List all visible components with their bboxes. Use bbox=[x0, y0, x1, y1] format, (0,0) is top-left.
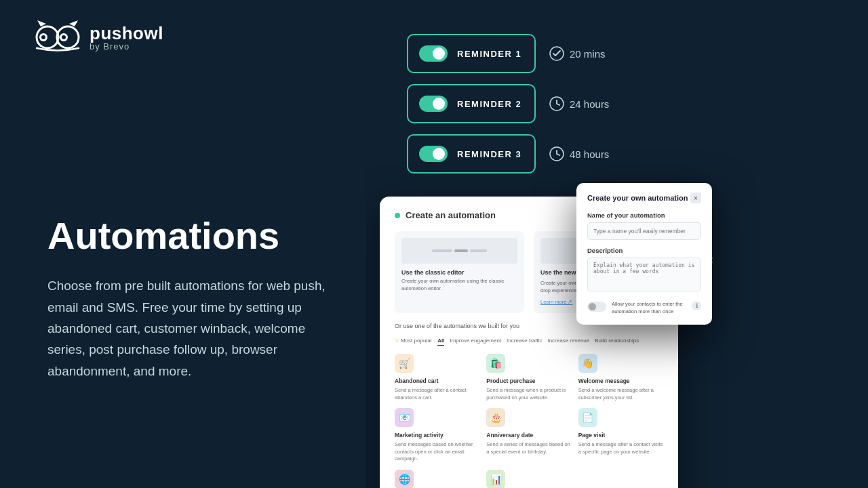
filter-relationships[interactable]: Build relationships bbox=[595, 336, 639, 346]
filter-tabs: ☆Most popular All Improve engagement Inc… bbox=[395, 336, 663, 346]
reminder-3-toggle[interactable] bbox=[419, 146, 448, 162]
anniversary-name: Anniversary date bbox=[486, 432, 571, 439]
reminder-1-label: REMINDER 1 bbox=[457, 49, 521, 59]
reminder-row-2: REMINDER 2 24 hours bbox=[407, 84, 609, 123]
toggle-label: Allow your contacts to enter the automat… bbox=[612, 301, 686, 315]
clock-icon-3 bbox=[549, 146, 564, 161]
marketing-icon: 📧 bbox=[395, 408, 414, 427]
marketing-name: Marketing activity bbox=[395, 432, 479, 439]
product-purchase-desc: Send a message when a product is purchas… bbox=[486, 387, 571, 401]
page-visit-desc: Send a message after a contact visits a … bbox=[578, 441, 663, 455]
filter-engagement[interactable]: Improve engagement bbox=[450, 336, 501, 346]
filter-popular[interactable]: ☆Most popular bbox=[395, 336, 432, 346]
reminder-3-time: 48 hours bbox=[549, 146, 609, 161]
product-purchase-name: Product purchase bbox=[486, 378, 571, 384]
reminder-2-time-text: 24 hours bbox=[570, 98, 609, 110]
website-event-icon: 🌐 bbox=[395, 470, 414, 489]
learn-more-link[interactable]: Learn more ↗ bbox=[540, 299, 572, 305]
automation-desc-textarea[interactable] bbox=[587, 258, 701, 291]
reminder-box-1: REMINDER 1 bbox=[407, 34, 536, 73]
filter-traffic[interactable]: Increase traffic bbox=[507, 336, 542, 346]
reminder-row-1: REMINDER 1 20 mins bbox=[407, 34, 609, 73]
classic-editor-thumb bbox=[401, 238, 517, 264]
reminder-box-2: REMINDER 2 bbox=[407, 84, 536, 123]
automation-website-event[interactable]: 🌐 Website event Send a message after a c… bbox=[395, 470, 479, 489]
reminder-1-time: 20 mins bbox=[549, 46, 606, 61]
panel-dot bbox=[395, 213, 400, 218]
classic-editor-option[interactable]: Use the classic editor Create your own a… bbox=[395, 231, 524, 313]
reminder-1-toggle[interactable] bbox=[419, 45, 448, 62]
reminders-container: REMINDER 1 20 mins REMINDER 2 bbox=[407, 34, 609, 174]
automation-marketing[interactable]: 📧 Marketing activity Send messages based… bbox=[395, 408, 479, 463]
modal-header: Create your own automation × bbox=[587, 192, 701, 203]
info-icon[interactable]: ℹ bbox=[692, 301, 701, 310]
automation-anniversary[interactable]: 🎂 Anniversary date Send a series of mess… bbox=[486, 408, 571, 463]
automation-grid: 🛒 Abandoned cart Send a message after a … bbox=[395, 354, 663, 488]
page-visit-icon: 📄 bbox=[578, 408, 597, 427]
abandoned-cart-icon: 🛒 bbox=[395, 354, 414, 373]
welcome-name: Welcome message bbox=[578, 378, 663, 384]
reminder-3-label: REMINDER 3 bbox=[457, 149, 521, 159]
filter-revenue[interactable]: Increase revenue bbox=[547, 336, 589, 346]
name-field-label: Name of your automation bbox=[587, 211, 701, 219]
page-visit-name: Page visit bbox=[578, 432, 663, 439]
automation-product-purchase[interactable]: 🛍️ Product purchase Send a message when … bbox=[486, 354, 571, 401]
classic-editor-desc: Create your own automation using the cla… bbox=[401, 278, 517, 292]
welcome-desc: Send a welcome message after a subscribe… bbox=[578, 387, 663, 401]
desc-field-label: Description bbox=[587, 247, 701, 254]
reminder-box-3: REMINDER 3 bbox=[407, 134, 536, 174]
clock-icon-2 bbox=[549, 96, 564, 111]
automation-transactional[interactable]: 📊 Transactional activity Send a message … bbox=[486, 470, 571, 489]
automation-name-input[interactable] bbox=[587, 222, 701, 240]
left-section: Automations Choose from pre built automa… bbox=[0, 0, 393, 488]
classic-editor-title: Use the classic editor bbox=[401, 269, 517, 276]
automation-page-visit[interactable]: 📄 Page visit Send a message after a cont… bbox=[578, 408, 663, 463]
reminder-2-time: 24 hours bbox=[549, 96, 609, 111]
reminder-2-label: REMINDER 2 bbox=[457, 99, 521, 109]
abandoned-cart-desc: Send a message after a contact abandons … bbox=[395, 387, 479, 401]
own-automation-modal: Create your own automation × Name of you… bbox=[576, 183, 712, 325]
welcome-icon: 👋 bbox=[578, 354, 597, 373]
abandoned-cart-name: Abandoned cart bbox=[395, 378, 479, 384]
automation-welcome[interactable]: 👋 Welcome message Send a welcome message… bbox=[578, 354, 663, 401]
product-purchase-icon: 🛍️ bbox=[486, 354, 505, 373]
modal-close-button[interactable]: × bbox=[690, 192, 701, 203]
automation-abandoned-cart[interactable]: 🛒 Abandoned cart Send a message after a … bbox=[395, 354, 479, 401]
page-title: Automations bbox=[47, 215, 353, 257]
reminder-2-toggle[interactable] bbox=[419, 96, 448, 112]
right-section: REMINDER 1 20 mins REMINDER 2 bbox=[366, 0, 868, 488]
allow-reentry-toggle[interactable] bbox=[587, 302, 606, 312]
anniversary-desc: Send a series of messages based on a spe… bbox=[486, 441, 571, 455]
marketing-desc: Send messages based on whether contacts … bbox=[395, 441, 479, 463]
page-description: Choose from pre built automations for we… bbox=[47, 275, 346, 382]
transactional-icon: 📊 bbox=[486, 470, 505, 489]
panel-title: Create an automation bbox=[406, 210, 496, 220]
modal-toggle-row: Allow your contacts to enter the automat… bbox=[587, 301, 701, 315]
checkmark-icon bbox=[549, 46, 564, 61]
modal-title: Create your own automation bbox=[587, 194, 688, 202]
anniversary-icon: 🎂 bbox=[486, 408, 505, 427]
filter-all[interactable]: All bbox=[437, 336, 444, 346]
reminder-row-3: REMINDER 3 48 hours bbox=[407, 134, 609, 174]
